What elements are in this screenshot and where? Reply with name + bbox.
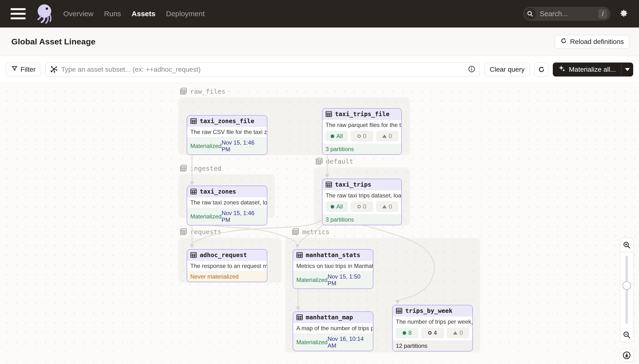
filter-funnel-icon: [11, 66, 18, 74]
table-icon: [396, 308, 402, 314]
asset-description: A map of the number of trips per taxi z.…: [293, 323, 373, 334]
clear-query-button[interactable]: Clear query: [484, 63, 530, 76]
failed-pill: 0: [376, 201, 398, 212]
refresh-button[interactable]: [534, 62, 548, 76]
reload-icon: [560, 38, 567, 46]
asset-node-taxi-trips-file[interactable]: taxi_trips_file The raw parquet files fo…: [322, 108, 402, 155]
dagster-logo-icon[interactable]: [36, 4, 54, 24]
table-icon: [296, 314, 303, 320]
asset-query-field: [46, 62, 480, 76]
asset-node-manhattan-map[interactable]: manhattan_map A map of the number of tri…: [293, 312, 373, 351]
lineage-toolbar: Filter Clear query: [0, 56, 639, 83]
download-image-button[interactable]: [620, 348, 633, 362]
missing-ring-icon: [428, 331, 432, 334]
top-nav: Overview Runs Assets Deployment Search..…: [0, 0, 639, 28]
group-label-default: default: [315, 158, 353, 165]
asset-status-bar: MaterializedNov 15, 1:46 PM: [187, 208, 267, 225]
asset-status-bar: 3 partitions: [322, 214, 401, 225]
table-icon: [190, 118, 197, 124]
lineage-canvas[interactable]: raw_files ingested default requests metr…: [0, 83, 639, 364]
settings-gear-icon[interactable]: [619, 9, 628, 19]
failed-triangle-icon: [453, 331, 457, 334]
partition-health-pills: All 0 0: [322, 201, 401, 214]
asset-status-bar: 3 partitions: [322, 144, 401, 154]
failed-pill: 0: [376, 131, 398, 142]
materialized-dot-icon: [403, 331, 406, 335]
asset-status-bar: MaterializedNov 16, 10:14 AM: [293, 334, 373, 351]
asset-node-taxi-zones-file[interactable]: taxi_zones_file The raw CSV file for the…: [187, 115, 267, 155]
failed-pill: 0: [446, 328, 469, 338]
nav-link-assets[interactable]: Assets: [132, 10, 155, 18]
group-label-metrics: metrics: [291, 228, 330, 236]
group-table-icon: [179, 228, 187, 236]
asset-node-trips-by-week[interactable]: trips_by_week The number of trips per we…: [392, 305, 473, 352]
zoom-controls: [620, 238, 633, 362]
asset-description: The raw taxi trips dataset, loaded into …: [322, 190, 401, 201]
zoom-slider-thumb[interactable]: [622, 281, 631, 290]
sparkle-icon: [558, 65, 566, 74]
missing-ring-icon: [357, 205, 361, 208]
reload-definitions-button[interactable]: Reload definitions: [555, 35, 629, 48]
page-title: Global Asset Lineage: [11, 37, 96, 46]
hamburger-menu-icon[interactable]: [11, 8, 26, 19]
nav-link-deployment[interactable]: Deployment: [166, 10, 205, 18]
asset-node-taxi-trips[interactable]: taxi_trips The raw taxi trips dataset, l…: [322, 178, 402, 225]
chevron-down-icon: [625, 68, 630, 71]
search-icon: [524, 8, 536, 20]
asset-status-bar: 12 partitions: [393, 340, 472, 351]
asset-query-input[interactable]: [61, 66, 465, 74]
materialized-dot-icon: [331, 134, 334, 138]
zoom-in-button[interactable]: [620, 238, 633, 252]
table-icon: [326, 181, 332, 188]
asset-graph-icon: [50, 65, 58, 74]
asset-description: The raw parquet files for the taxi trips…: [322, 120, 401, 130]
info-icon[interactable]: [468, 66, 475, 74]
group-label-raw-files: raw_files: [179, 88, 225, 95]
missing-pill: 4: [421, 328, 444, 338]
filter-button[interactable]: Filter: [6, 63, 41, 76]
materialize-all-button[interactable]: Materialize all...: [553, 62, 633, 76]
partition-health-pills: 8 4 0: [393, 327, 472, 340]
dagster-app: Overview Runs Assets Deployment Search..…: [0, 0, 639, 364]
asset-node-adhoc-request[interactable]: adhoc_request The response to an request…: [187, 249, 267, 282]
materialized-pill: 8: [396, 328, 418, 338]
table-icon: [296, 252, 303, 258]
group-label-ingested: ingested: [179, 164, 221, 172]
zoom-slider[interactable]: [620, 252, 633, 327]
asset-node-taxi-zones[interactable]: taxi_zones The raw taxi zones dataset, l…: [187, 186, 267, 226]
materialized-pill: All: [325, 131, 348, 142]
failed-triangle-icon: [382, 205, 387, 208]
nav-link-runs[interactable]: Runs: [104, 10, 121, 18]
group-label-requests: requests: [179, 228, 221, 236]
asset-description: Metrics on taxi trips in Manhattan: [293, 261, 373, 271]
asset-description: The raw taxi zones dataset, loaded int..…: [187, 197, 267, 208]
group-table-icon: [291, 228, 299, 236]
missing-pill: 0: [350, 131, 373, 142]
group-table-icon: [315, 158, 323, 165]
materialized-dot-icon: [331, 205, 334, 208]
group-table-icon: [179, 164, 187, 172]
asset-description: The response to an request made in th...: [187, 261, 267, 271]
zoom-out-button[interactable]: [620, 327, 633, 342]
search-input[interactable]: Search... /: [523, 7, 610, 21]
asset-node-manhattan-stats[interactable]: manhattan_stats Metrics on taxi trips in…: [293, 249, 373, 289]
asset-status-bar: MaterializedNov 15, 1:46 PM: [187, 137, 267, 154]
search-shortcut-badge: /: [598, 9, 607, 18]
materialize-dropdown-caret[interactable]: [621, 62, 633, 76]
asset-status-bar: Never materialized: [187, 271, 267, 282]
asset-description: The raw CSV file for the taxi zones dat.…: [187, 127, 267, 137]
table-icon: [326, 111, 332, 117]
nav-link-overview[interactable]: Overview: [63, 10, 94, 18]
group-table-icon: [179, 88, 187, 95]
missing-pill: 0: [350, 201, 373, 212]
materialized-pill: All: [325, 201, 348, 212]
missing-ring-icon: [357, 134, 361, 138]
table-icon: [190, 188, 197, 195]
partition-health-pills: All 0 0: [322, 130, 401, 144]
asset-status-bar: MaterializedNov 15, 1:50 PM: [293, 271, 373, 288]
asset-description: The number of trips per week, aggreg...: [393, 316, 472, 327]
table-icon: [190, 252, 197, 258]
nav-links: Overview Runs Assets Deployment: [63, 10, 205, 18]
search-placeholder: Search...: [540, 10, 598, 18]
failed-triangle-icon: [382, 134, 387, 138]
